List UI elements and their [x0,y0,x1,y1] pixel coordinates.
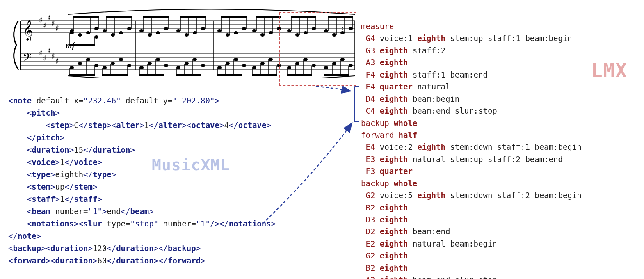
svg-text:♯: ♯ [51,19,55,27]
bracket-icon [354,86,359,122]
svg-point-32 [86,31,90,34]
svg-text:♯: ♯ [43,21,47,30]
svg-rect-42 [69,44,95,46]
svg-point-45 [78,62,82,65]
svg-point-47 [86,58,90,61]
musicxml-label: MusicXML [152,156,230,174]
svg-text:♯: ♯ [55,57,59,65]
svg-text:♯: ♯ [47,47,51,55]
svg-point-38 [70,31,74,34]
svg-text:♯: ♯ [55,24,59,32]
svg-text:♯: ♯ [43,54,47,62]
svg-text:♯: ♯ [51,52,55,60]
svg-text:♮: ♮ [340,25,345,32]
svg-text:𝄞: 𝄞 [23,20,33,41]
lmx-label: LMX [591,59,628,82]
svg-text:𝄢: 𝄢 [23,51,32,66]
score-svg: 𝄞 𝄢 ♯♯♯♯♯ ♯♯♯♯♯ mf [8,8,357,78]
musicxml-code: <note default-x="232.46" default-y="-202… [8,94,349,267]
svg-text:♯: ♯ [39,16,43,24]
svg-text:♯: ♯ [39,49,43,57]
right-column: measure G4 voice:1 eighth stem:up staff:… [361,8,632,279]
svg-point-30 [78,33,82,37]
svg-point-43 [70,66,74,69]
svg-rect-51 [69,74,95,76]
svg-point-34 [94,27,98,30]
svg-text:♮: ♮ [312,62,316,69]
svg-text:♯: ♯ [47,14,51,22]
figure-container: 𝄞 𝄢 ♯♯♯♯♯ ♯♯♯♯♯ mf [8,8,636,279]
music-score: 𝄞 𝄢 ♯♯♯♯♯ ♯♯♯♯♯ mf [8,8,357,82]
left-column: 𝄞 𝄢 ♯♯♯♯♯ ♯♯♯♯♯ mf [8,8,349,279]
svg-point-40 [94,35,98,39]
svg-rect-36 [73,16,99,18]
svg-point-49 [94,64,98,67]
